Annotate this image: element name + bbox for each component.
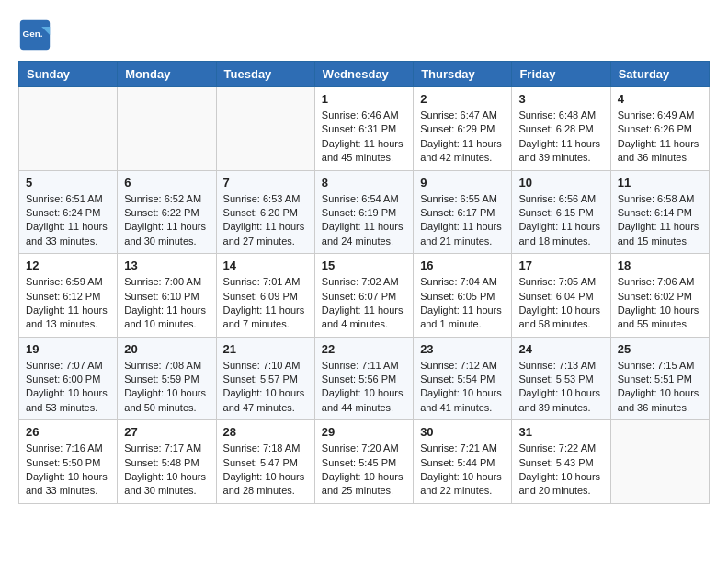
day-info: Sunrise: 7:22 AM Sunset: 5:43 PM Dayligh… [518, 442, 603, 499]
day-number: 21 [223, 342, 308, 356]
calendar-cell: 22Sunrise: 7:11 AM Sunset: 5:56 PM Dayli… [314, 337, 413, 420]
day-number: 30 [420, 425, 505, 439]
day-number: 4 [618, 92, 702, 106]
calendar-cell: 29Sunrise: 7:20 AM Sunset: 5:45 PM Dayli… [314, 420, 413, 504]
day-info: Sunrise: 6:58 AM Sunset: 6:14 PM Dayligh… [618, 192, 702, 249]
day-number: 18 [618, 259, 702, 272]
day-info: Sunrise: 7:04 AM Sunset: 6:05 PM Dayligh… [420, 275, 505, 332]
calendar-cell: 24Sunrise: 7:13 AM Sunset: 5:53 PM Dayli… [512, 337, 610, 420]
day-info: Sunrise: 6:47 AM Sunset: 6:29 PM Dayligh… [420, 109, 505, 166]
calendar-cell: 23Sunrise: 7:12 AM Sunset: 5:54 PM Dayli… [414, 337, 512, 420]
day-info: Sunrise: 7:11 AM Sunset: 5:56 PM Dayligh… [322, 359, 406, 416]
page-header: Gen. [18, 18, 710, 52]
calendar-cell: 17Sunrise: 7:05 AM Sunset: 6:04 PM Dayli… [512, 254, 610, 338]
day-number: 11 [618, 176, 702, 190]
day-info: Sunrise: 6:51 AM Sunset: 6:24 PM Dayligh… [26, 192, 110, 249]
calendar-cell [216, 87, 314, 171]
day-info: Sunrise: 7:18 AM Sunset: 5:47 PM Dayligh… [223, 442, 308, 499]
calendar-table: SundayMondayTuesdayWednesdayThursdayFrid… [18, 61, 710, 504]
calendar-header-row: SundayMondayTuesdayWednesdayThursdayFrid… [19, 62, 710, 87]
calendar-cell [610, 420, 709, 504]
calendar-week-row: 12Sunrise: 6:59 AM Sunset: 6:12 PM Dayli… [19, 254, 710, 338]
day-info: Sunrise: 6:56 AM Sunset: 6:15 PM Dayligh… [518, 192, 603, 249]
calendar-cell: 12Sunrise: 6:59 AM Sunset: 6:12 PM Dayli… [19, 254, 118, 338]
day-info: Sunrise: 7:08 AM Sunset: 5:59 PM Dayligh… [124, 359, 209, 416]
day-number: 25 [618, 342, 702, 356]
day-info: Sunrise: 7:05 AM Sunset: 6:04 PM Dayligh… [518, 275, 603, 332]
day-info: Sunrise: 6:55 AM Sunset: 6:17 PM Dayligh… [420, 192, 505, 249]
day-number: 13 [124, 259, 209, 272]
calendar-cell [118, 87, 216, 171]
day-info: Sunrise: 6:59 AM Sunset: 6:12 PM Dayligh… [26, 275, 110, 332]
calendar-cell: 7Sunrise: 6:53 AM Sunset: 6:20 PM Daylig… [216, 170, 314, 254]
day-info: Sunrise: 6:46 AM Sunset: 6:31 PM Dayligh… [322, 109, 406, 166]
day-number: 7 [223, 176, 308, 190]
day-number: 19 [26, 342, 110, 356]
calendar-cell: 3Sunrise: 6:48 AM Sunset: 6:28 PM Daylig… [512, 87, 610, 171]
day-info: Sunrise: 7:16 AM Sunset: 5:50 PM Dayligh… [26, 442, 110, 499]
day-number: 17 [518, 259, 603, 272]
calendar-cell: 18Sunrise: 7:06 AM Sunset: 6:02 PM Dayli… [610, 254, 709, 338]
day-number: 24 [518, 342, 603, 356]
calendar-cell: 10Sunrise: 6:56 AM Sunset: 6:15 PM Dayli… [512, 170, 610, 254]
calendar-cell [19, 87, 118, 171]
day-info: Sunrise: 7:07 AM Sunset: 6:00 PM Dayligh… [26, 359, 110, 416]
day-number: 15 [322, 259, 406, 272]
calendar-week-row: 1Sunrise: 6:46 AM Sunset: 6:31 PM Daylig… [19, 87, 710, 171]
day-number: 2 [420, 92, 505, 106]
calendar-cell: 19Sunrise: 7:07 AM Sunset: 6:00 PM Dayli… [19, 337, 118, 420]
calendar-cell: 11Sunrise: 6:58 AM Sunset: 6:14 PM Dayli… [610, 170, 709, 254]
day-number: 31 [518, 425, 603, 439]
col-header-saturday: Saturday [610, 62, 709, 87]
col-header-monday: Monday [118, 62, 216, 87]
calendar-cell: 8Sunrise: 6:54 AM Sunset: 6:19 PM Daylig… [314, 170, 413, 254]
day-info: Sunrise: 6:53 AM Sunset: 6:20 PM Dayligh… [223, 192, 308, 249]
day-info: Sunrise: 6:49 AM Sunset: 6:26 PM Dayligh… [618, 109, 702, 166]
calendar-week-row: 5Sunrise: 6:51 AM Sunset: 6:24 PM Daylig… [19, 170, 710, 254]
day-number: 10 [518, 176, 603, 190]
day-number: 9 [420, 176, 505, 190]
calendar-cell: 4Sunrise: 6:49 AM Sunset: 6:26 PM Daylig… [610, 87, 709, 171]
day-info: Sunrise: 7:13 AM Sunset: 5:53 PM Dayligh… [518, 359, 603, 416]
day-number: 8 [322, 176, 406, 190]
calendar-cell: 20Sunrise: 7:08 AM Sunset: 5:59 PM Dayli… [118, 337, 216, 420]
day-number: 3 [518, 92, 603, 106]
day-number: 14 [223, 259, 308, 272]
day-number: 23 [420, 342, 505, 356]
calendar-week-row: 19Sunrise: 7:07 AM Sunset: 6:00 PM Dayli… [19, 337, 710, 420]
day-number: 27 [124, 425, 209, 439]
col-header-wednesday: Wednesday [314, 62, 413, 87]
day-number: 20 [124, 342, 209, 356]
day-number: 12 [26, 259, 110, 272]
calendar-cell: 27Sunrise: 7:17 AM Sunset: 5:48 PM Dayli… [118, 420, 216, 504]
day-info: Sunrise: 7:20 AM Sunset: 5:45 PM Dayligh… [322, 442, 406, 499]
day-number: 26 [26, 425, 110, 439]
day-info: Sunrise: 6:52 AM Sunset: 6:22 PM Dayligh… [124, 192, 209, 249]
day-info: Sunrise: 6:48 AM Sunset: 6:28 PM Dayligh… [518, 109, 603, 166]
day-info: Sunrise: 7:00 AM Sunset: 6:10 PM Dayligh… [124, 275, 209, 332]
logo: Gen. [18, 18, 55, 52]
day-info: Sunrise: 6:54 AM Sunset: 6:19 PM Dayligh… [322, 192, 406, 249]
calendar-cell: 25Sunrise: 7:15 AM Sunset: 5:51 PM Dayli… [610, 337, 709, 420]
calendar-cell: 30Sunrise: 7:21 AM Sunset: 5:44 PM Dayli… [414, 420, 512, 504]
calendar-cell: 1Sunrise: 6:46 AM Sunset: 6:31 PM Daylig… [314, 87, 413, 171]
svg-text:Gen.: Gen. [23, 29, 43, 39]
col-header-tuesday: Tuesday [216, 62, 314, 87]
calendar-cell: 9Sunrise: 6:55 AM Sunset: 6:17 PM Daylig… [414, 170, 512, 254]
calendar-cell: 13Sunrise: 7:00 AM Sunset: 6:10 PM Dayli… [118, 254, 216, 338]
day-info: Sunrise: 7:06 AM Sunset: 6:02 PM Dayligh… [618, 275, 702, 332]
day-info: Sunrise: 7:10 AM Sunset: 5:57 PM Dayligh… [223, 359, 308, 416]
calendar-cell: 6Sunrise: 6:52 AM Sunset: 6:22 PM Daylig… [118, 170, 216, 254]
day-info: Sunrise: 7:17 AM Sunset: 5:48 PM Dayligh… [124, 442, 209, 499]
calendar-cell: 2Sunrise: 6:47 AM Sunset: 6:29 PM Daylig… [414, 87, 512, 171]
calendar-cell: 21Sunrise: 7:10 AM Sunset: 5:57 PM Dayli… [216, 337, 314, 420]
col-header-thursday: Thursday [414, 62, 512, 87]
calendar-week-row: 26Sunrise: 7:16 AM Sunset: 5:50 PM Dayli… [19, 420, 710, 504]
day-number: 16 [420, 259, 505, 272]
calendar-cell: 28Sunrise: 7:18 AM Sunset: 5:47 PM Dayli… [216, 420, 314, 504]
day-number: 5 [26, 176, 110, 190]
calendar-cell: 16Sunrise: 7:04 AM Sunset: 6:05 PM Dayli… [414, 254, 512, 338]
logo-icon: Gen. [18, 18, 51, 52]
calendar-cell: 5Sunrise: 6:51 AM Sunset: 6:24 PM Daylig… [19, 170, 118, 254]
day-info: Sunrise: 7:12 AM Sunset: 5:54 PM Dayligh… [420, 359, 505, 416]
